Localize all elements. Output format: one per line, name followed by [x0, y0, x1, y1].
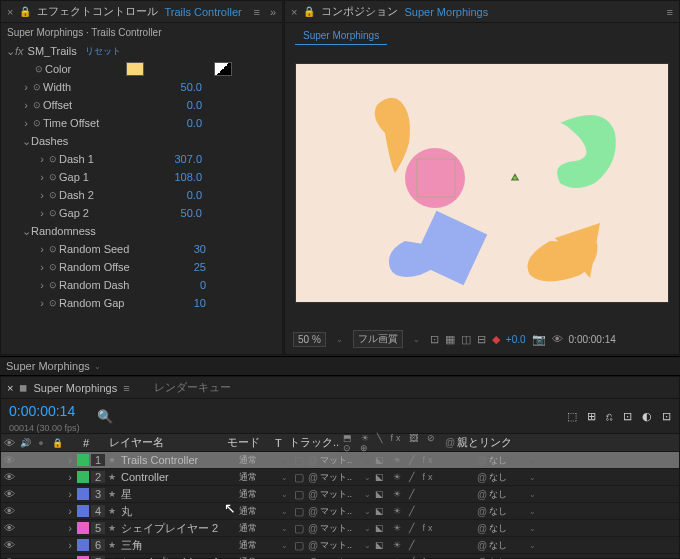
prop-roff-value[interactable]: 25 — [194, 261, 206, 273]
effect-header-row[interactable]: ⌄ fx SM_Trails リセット — [1, 42, 282, 60]
layer-name[interactable]: 星 — [119, 487, 239, 502]
shy-icon[interactable]: ⎌ — [606, 410, 613, 423]
parent-dropdown[interactable]: なし — [489, 488, 525, 501]
pickwhip-icon[interactable]: @ — [306, 540, 320, 551]
layer-switches[interactable]: ⬕ ☀ ╱ — [375, 506, 475, 516]
parent-pickwhip-icon[interactable]: @ — [475, 455, 489, 466]
col-track[interactable]: トラック.. — [289, 435, 343, 450]
track-matte-dropdown[interactable]: マット.. — [320, 505, 360, 518]
grid-icon[interactable]: ▦ — [445, 333, 455, 346]
lock-icon[interactable]: ◼ — [19, 382, 27, 393]
stopwatch-icon[interactable]: ⊙ — [47, 262, 59, 272]
fx-icon[interactable]: fx — [15, 45, 24, 57]
lock-icon[interactable]: 🔒 — [303, 6, 315, 17]
layer-switches[interactable]: ⬕ ☀ ╱ — [375, 489, 475, 499]
chevron-down-icon[interactable]: ⌄ — [360, 541, 375, 550]
twirl-right-icon[interactable]: › — [65, 522, 75, 534]
parent-pickwhip-icon[interactable]: @ — [475, 506, 489, 517]
layer-name[interactable]: シェイプレイヤー 4 — [119, 555, 239, 560]
panel-expand-icon[interactable]: » — [270, 6, 276, 18]
prop-dash1-value[interactable]: 307.0 — [174, 153, 202, 165]
parent-pickwhip-icon[interactable]: @ — [475, 540, 489, 551]
layer-row[interactable]: 👁›7★シェイプレイヤー 4通常⌄▢@マット..⌄⬕ ☀ ╱ fx@なし⌄ — [1, 554, 679, 559]
stopwatch-icon[interactable]: ⊙ — [47, 172, 59, 182]
label-color[interactable] — [77, 488, 89, 500]
blend-mode-dropdown[interactable]: 通常 — [239, 471, 277, 484]
parent-pickwhip-icon[interactable]: @ — [475, 523, 489, 534]
layer-row[interactable]: 👁›2★Controller通常⌄▢@マット..⌄⬕ ☀ ╱ fx@なし⌄ — [1, 469, 679, 486]
twirl-right-icon[interactable]: › — [21, 99, 31, 111]
twirl-right-icon[interactable]: › — [21, 81, 31, 93]
layer-switches[interactable]: ⬕ ☀ ╱ — [375, 540, 475, 550]
preserve-transparency-toggle[interactable]: ▢ — [292, 505, 306, 518]
stopwatch-icon[interactable]: ⊙ — [47, 190, 59, 200]
prop-timeoffset-value[interactable]: 0.0 — [187, 117, 202, 129]
layer-name[interactable]: 三角 — [119, 538, 239, 553]
eye-toggle[interactable]: 👁 — [1, 505, 17, 517]
blend-mode-dropdown[interactable]: 通常 — [239, 488, 277, 501]
lock-icon[interactable]: 🔒 — [19, 6, 31, 17]
chevron-down-icon[interactable]: ⌄ — [277, 490, 292, 499]
chevron-down-icon[interactable]: ⌄ — [525, 456, 540, 465]
eye-toggle[interactable]: 👁 — [1, 454, 17, 466]
chevron-down-icon[interactable]: ⌄ — [360, 507, 375, 516]
region-icon[interactable]: ⊟ — [477, 333, 486, 346]
prop-gap2-value[interactable]: 50.0 — [181, 207, 202, 219]
chevron-down-icon[interactable]: ⌄ — [525, 490, 540, 499]
layer-name[interactable]: 丸 — [119, 504, 239, 519]
pickwhip-icon[interactable]: @ — [306, 506, 320, 517]
label-color[interactable] — [77, 505, 89, 517]
track-matte-dropdown[interactable]: マット.. — [320, 522, 360, 535]
ec-active-layer[interactable]: Trails Controller — [164, 6, 241, 18]
layer-switches[interactable]: ⬕ ☀ ╱ fx — [375, 455, 475, 465]
chevron-down-icon[interactable]: ⌄ — [90, 362, 105, 371]
track-matte-dropdown[interactable]: マット.. — [320, 539, 360, 552]
chevron-down-icon[interactable]: ⌄ — [525, 507, 540, 516]
stopwatch-icon[interactable]: ⊙ — [47, 208, 59, 218]
pickwhip-icon[interactable]: @ — [306, 489, 320, 500]
stopwatch-icon[interactable]: ⊙ — [31, 100, 43, 110]
comp-title[interactable]: コンポジション — [321, 4, 398, 19]
blend-mode-dropdown[interactable]: 通常 — [239, 556, 277, 560]
stopwatch-icon[interactable]: ⊙ — [47, 280, 59, 290]
pickwhip-icon[interactable]: @ — [306, 455, 320, 466]
blend-mode-dropdown[interactable]: 通常 — [239, 505, 277, 518]
label-color[interactable] — [77, 471, 89, 483]
layer-switches[interactable]: ⬕ ☀ ╱ fx — [375, 523, 475, 533]
track-matte-dropdown[interactable]: マット.. — [320, 488, 360, 501]
twirl-right-icon[interactable]: › — [37, 189, 47, 201]
twirl-right-icon[interactable]: › — [65, 505, 75, 517]
label-color[interactable] — [77, 539, 89, 551]
twirl-right-icon[interactable]: › — [37, 153, 47, 165]
preserve-transparency-toggle[interactable]: ▢ — [292, 522, 306, 535]
twirl-right-icon[interactable]: › — [65, 471, 75, 483]
layer-row[interactable]: 👁›5★シェイプレイヤー 2通常⌄▢@マット..⌄⬕ ☀ ╱ fx@なし⌄ — [1, 520, 679, 537]
panel-menu-icon[interactable]: ≡ — [253, 6, 259, 18]
track-matte-dropdown[interactable]: マット.. — [320, 454, 360, 467]
col-parent[interactable]: 親とリンク — [457, 435, 517, 450]
layer-switches[interactable]: ⬕ ☀ ╱ fx — [375, 472, 475, 482]
pickwhip-icon[interactable]: @ — [306, 472, 320, 483]
chevron-down-icon[interactable]: ⌄ — [277, 541, 292, 550]
track-matte-dropdown[interactable]: マット.. — [320, 471, 360, 484]
camera-icon[interactable]: ⊡ — [430, 333, 439, 346]
col-layer-name[interactable]: レイヤー名 — [107, 435, 227, 450]
reset-link[interactable]: リセット — [85, 45, 121, 58]
effect-name[interactable]: SM_Trails — [28, 45, 77, 57]
color-swatch[interactable] — [126, 62, 144, 76]
eye-toggle[interactable]: 👁 — [1, 522, 17, 534]
eye-toggle[interactable]: 👁 — [1, 539, 17, 551]
col-lock-icon[interactable]: 🔒 — [49, 438, 65, 448]
divider-tab[interactable]: Super Morphings — [6, 360, 90, 372]
parent-pickwhip-icon[interactable]: @ — [475, 489, 489, 500]
stopwatch-icon[interactable]: ⊙ — [47, 154, 59, 164]
chevron-down-icon[interactable]: ⌄ — [277, 456, 292, 465]
twirl-down-icon[interactable]: ⌄ — [21, 135, 31, 148]
twirl-down-icon[interactable]: ⌄ — [5, 45, 15, 58]
prop-rgap-value[interactable]: 10 — [194, 297, 206, 309]
parent-dropdown[interactable]: なし — [489, 522, 525, 535]
blend-mode-dropdown[interactable]: 通常 — [239, 539, 277, 552]
eyedropper-icon[interactable] — [214, 62, 232, 76]
comp-viewer[interactable] — [295, 63, 669, 303]
exposure-value[interactable]: +0.0 — [506, 334, 526, 345]
